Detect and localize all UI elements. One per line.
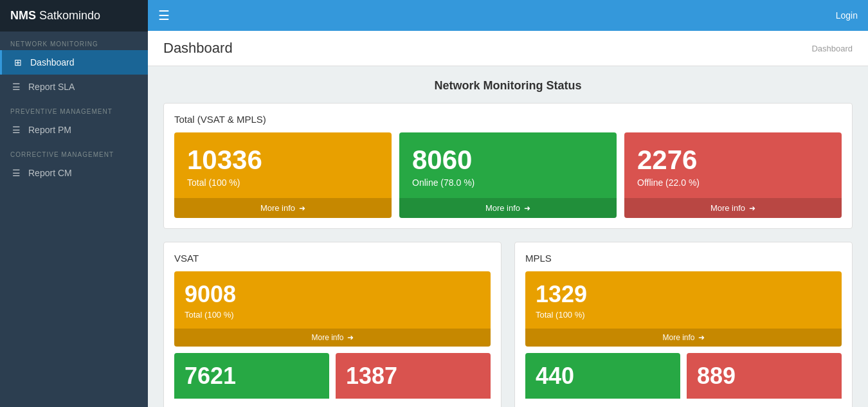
app-name-bold: NMS [10, 9, 36, 22]
mpls-total-number: 1329 [536, 282, 831, 307]
offline-number: 2276 [637, 145, 829, 175]
section-label-network: NETWORK MONITORING [0, 32, 148, 50]
sidebar-item-label: Report PM [28, 125, 71, 135]
more-info-arrow-icon [524, 203, 530, 213]
section-label-corrective: CORRECTIVE MANAGEMENT [0, 142, 148, 161]
more-info-label: More info [485, 203, 520, 213]
total-card-offline: 2276 Offline (22.0 %) More info [624, 132, 842, 218]
total-sub-label: Total (100 %) [187, 177, 379, 188]
dashboard-body: Network Monitoring Status Total (VSAT & … [148, 66, 868, 407]
vsat-total-more-info[interactable]: More info [174, 329, 491, 347]
mpls-total-more-info[interactable]: More info [525, 329, 842, 347]
sidebar-item-dashboard[interactable]: ⊞ Dashboard [0, 50, 148, 75]
more-info-arrow-icon [347, 333, 354, 342]
mpls-online-partial: 440 [525, 353, 680, 399]
mpls-panel: MPLS 1329 Total (100 %) More info [514, 242, 853, 407]
dashboard-icon: ⊞ [12, 57, 24, 68]
total-card-online: 8060 Online (78.0 %) More info [399, 132, 617, 218]
vsat-total-sub: Total (100 %) [185, 310, 480, 320]
login-button[interactable]: Login [836, 10, 858, 21]
mpls-partial-row: 440 889 [525, 353, 842, 399]
vsat-online-partial: 7621 [174, 353, 329, 399]
mpls-cards-row: 1329 Total (100 %) More info [525, 271, 842, 347]
vsat-offline-number: 1387 [346, 363, 480, 389]
more-info-arrow-icon [749, 203, 755, 213]
breadcrumb-bar: Dashboard Dashboard [148, 31, 868, 66]
breadcrumb: Dashboard [811, 44, 853, 53]
more-info-label: More info [311, 333, 343, 342]
sidebar-item-report-sla[interactable]: ☰ Report SLA [0, 75, 148, 99]
total-section-label: Total (VSAT & MPLS) [174, 114, 842, 125]
vsat-panel: VSAT 9008 Total (100 %) More info [163, 242, 502, 407]
vsat-cards-row: 9008 Total (100 %) More info [174, 271, 491, 347]
more-info-arrow-icon [698, 333, 705, 342]
app-name-rest: Satkomindo [36, 9, 100, 22]
total-section: Total (VSAT & MPLS) 10336 Total (100 %) … [163, 103, 853, 229]
page-content: Dashboard Dashboard Network Monitoring S… [148, 31, 868, 407]
topbar: ☰ Login [148, 0, 868, 31]
more-info-label: More info [662, 333, 694, 342]
total-card-total: 10336 Total (100 %) More info [174, 132, 392, 218]
vsat-label: VSAT [174, 253, 491, 264]
vsat-total-card: 9008 Total (100 %) More info [174, 271, 491, 347]
sub-section: VSAT 9008 Total (100 %) More info [163, 242, 853, 407]
more-info-label: More info [710, 203, 745, 213]
page-title: Dashboard [163, 40, 233, 57]
total-more-info-button[interactable]: More info [174, 198, 392, 218]
offline-sub-label: Offline (22.0 %) [637, 177, 829, 188]
sidebar-item-report-cm[interactable]: ☰ Report CM [0, 161, 148, 185]
sidebar-item-label: Dashboard [30, 57, 75, 68]
online-number: 8060 [412, 145, 604, 175]
mpls-online-number: 440 [536, 363, 670, 389]
sidebar-header: NMS Satkomindo [0, 0, 148, 32]
report-pm-icon: ☰ [10, 124, 22, 136]
offline-more-info-button[interactable]: More info [624, 198, 842, 218]
mpls-total-sub: Total (100 %) [536, 310, 831, 320]
main-content: ☰ Login Dashboard Dashboard Network Moni… [148, 0, 868, 407]
mpls-label: MPLS [525, 253, 842, 264]
total-number: 10336 [187, 145, 379, 175]
more-info-label: More info [260, 203, 295, 213]
report-cm-icon: ☰ [10, 167, 22, 179]
sidebar-item-label: Report SLA [28, 82, 75, 92]
mpls-total-card: 1329 Total (100 %) More info [525, 271, 842, 347]
online-sub-label: Online (78.0 %) [412, 177, 604, 188]
vsat-total-number: 9008 [185, 282, 480, 307]
sidebar-item-report-pm[interactable]: ☰ Report PM [0, 118, 148, 142]
vsat-online-number: 7621 [185, 363, 319, 389]
mpls-offline-number: 889 [697, 363, 831, 389]
section-label-preventive: PREVENTIVE MANAGEMENT [0, 99, 148, 118]
mpls-offline-partial: 889 [687, 353, 842, 399]
more-info-arrow-icon [299, 203, 305, 213]
sidebar: NMS Satkomindo NETWORK MONITORING ⊞ Dash… [0, 0, 148, 407]
vsat-partial-row: 7621 1387 [174, 353, 491, 399]
online-more-info-button[interactable]: More info [399, 198, 617, 218]
vsat-offline-partial: 1387 [336, 353, 491, 399]
total-cards-row: 10336 Total (100 %) More info 8060 Onlin… [174, 132, 842, 218]
report-sla-icon: ☰ [10, 81, 22, 93]
main-section-title: Network Monitoring Status [163, 79, 853, 93]
sidebar-item-label: Report CM [28, 168, 72, 178]
hamburger-icon[interactable]: ☰ [158, 8, 170, 23]
